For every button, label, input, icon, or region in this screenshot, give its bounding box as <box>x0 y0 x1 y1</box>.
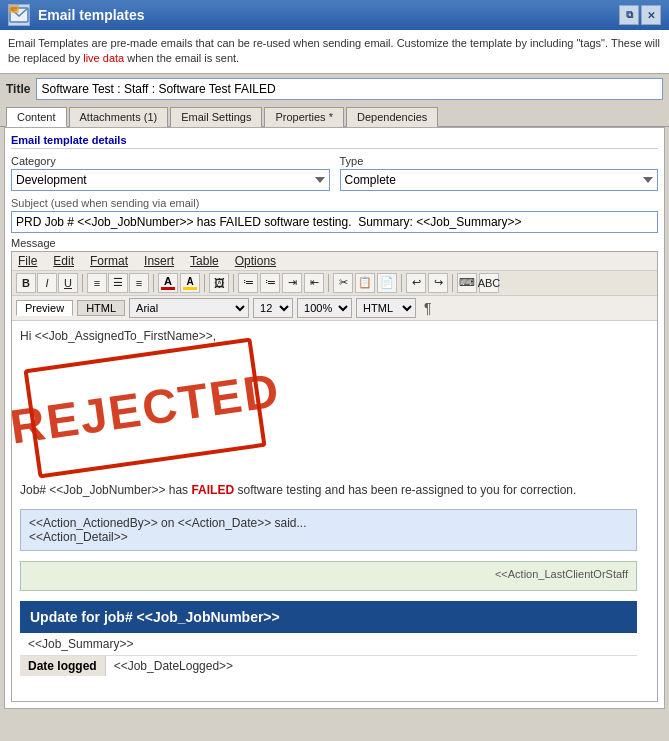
formatting-bar: B I U ≡ ☰ ≡ A A 🖼 ≔ ≔ ⇥ <box>12 271 657 296</box>
bold-button[interactable]: B <box>16 273 36 293</box>
format-select[interactable]: HTML <box>356 298 416 318</box>
category-select[interactable]: Development <box>11 169 330 191</box>
type-label: Type <box>340 155 659 167</box>
editor-container: File Edit Format Insert Table Options B … <box>11 251 658 702</box>
content-area: Email template details Category Developm… <box>4 127 665 709</box>
editor-content[interactable]: Hi <<Job_AssignedTo_FirstName>>, REJECTE… <box>12 321 657 701</box>
align-right-button[interactable]: ≡ <box>129 273 149 293</box>
image-button[interactable]: 🖼 <box>209 273 229 293</box>
window-controls[interactable]: ⧉ ✕ <box>619 5 661 25</box>
menu-options[interactable]: Options <box>235 254 276 268</box>
failed-word: FAILED <box>191 483 234 497</box>
highlight-color-button[interactable]: A <box>180 273 200 293</box>
category-type-row: Category Development Type Complete <box>11 155 658 191</box>
title-input[interactable] <box>36 78 663 100</box>
client-tag-text: <<Action_LastClientOrStaff <box>495 568 628 580</box>
title-row: Title <box>0 74 669 104</box>
menu-file[interactable]: File <box>18 254 37 268</box>
date-value: <<Job_DateLogged>> <box>106 656 241 676</box>
preview-button[interactable]: Preview <box>16 300 73 316</box>
spell-check-button[interactable]: ABC <box>479 273 499 293</box>
bullet-list-button[interactable]: ≔ <box>238 273 258 293</box>
underline-button[interactable]: U <box>58 273 78 293</box>
rejected-stamp: REJECTED <box>23 337 266 478</box>
menu-format[interactable]: Format <box>90 254 128 268</box>
action-said-text: <<Action_ActionedBy>> on <<Action_Date>>… <box>29 516 628 530</box>
app-icon <box>8 4 30 26</box>
tab-content[interactable]: Content <box>6 107 67 127</box>
pilcrow-button[interactable]: ¶ <box>424 300 432 316</box>
update-header: Update for job# <<Job_JobNumber>> <box>20 601 637 633</box>
special-chars-button[interactable]: ⌨ <box>457 273 477 293</box>
align-group: ≡ ☰ ≡ <box>87 273 149 293</box>
failed-prefix: Job# <<Job_JobNumber>> has <box>20 483 191 497</box>
tab-email-settings[interactable]: Email Settings <box>170 107 262 127</box>
subject-field: Subject (used when sending via email) <box>11 197 658 237</box>
font-select[interactable]: Arial <box>129 298 249 318</box>
sep-4 <box>233 274 234 292</box>
italic-button[interactable]: I <box>37 273 57 293</box>
align-left-button[interactable]: ≡ <box>87 273 107 293</box>
client-box: <<Action_LastClientOrStaff <box>20 561 637 591</box>
font-color-button[interactable]: A <box>158 273 178 293</box>
sep-5 <box>328 274 329 292</box>
copy-button[interactable]: 📋 <box>355 273 375 293</box>
message-label: Message <box>11 237 658 249</box>
menu-table[interactable]: Table <box>190 254 219 268</box>
svg-rect-1 <box>9 5 19 13</box>
sep-3 <box>204 274 205 292</box>
indent-increase-button[interactable]: ⇥ <box>282 273 302 293</box>
description-bar: Email Templates are pre-made emails that… <box>0 30 669 74</box>
rejected-text: REJECTED <box>12 362 284 454</box>
subject-input[interactable] <box>11 211 658 233</box>
paste-button[interactable]: 📄 <box>377 273 397 293</box>
tab-properties[interactable]: Properties * <box>264 107 343 127</box>
close-button[interactable]: ✕ <box>641 5 661 25</box>
title-bar: Email templates ⧉ ✕ <box>0 0 669 30</box>
summary-line: <<Job_Summary>> <box>20 633 637 655</box>
action-box: <<Action_ActionedBy>> on <<Action_Date>>… <box>20 509 637 551</box>
tab-dependencies[interactable]: Dependencies <box>346 107 438 127</box>
sep-7 <box>452 274 453 292</box>
menu-bar: File Edit Format Insert Table Options <box>12 252 657 271</box>
menu-edit[interactable]: Edit <box>53 254 74 268</box>
greeting-text: Hi <<Job_AssignedTo_FirstName>>, <box>20 329 637 343</box>
undo-button[interactable]: ↩ <box>406 273 426 293</box>
type-select[interactable]: Complete <box>340 169 659 191</box>
menu-insert[interactable]: Insert <box>144 254 174 268</box>
indent-decrease-button[interactable]: ⇤ <box>304 273 324 293</box>
type-field: Type Complete <box>340 155 659 191</box>
window-title: Email templates <box>38 7 145 23</box>
section-title: Email template details <box>11 134 658 149</box>
rejected-stamp-container: REJECTED <box>20 353 637 463</box>
sep-6 <box>401 274 402 292</box>
numbered-list-button[interactable]: ≔ <box>260 273 280 293</box>
zoom-select[interactable]: 100% <box>297 298 352 318</box>
cut-button[interactable]: ✂ <box>333 273 353 293</box>
text-style-group: B I U <box>16 273 78 293</box>
restore-button[interactable]: ⧉ <box>619 5 639 25</box>
action-detail-text: <<Action_Detail>> <box>29 530 628 544</box>
sep-2 <box>153 274 154 292</box>
size-select[interactable]: 12 <box>253 298 293 318</box>
tab-attachments[interactable]: Attachments (1) <box>69 107 169 127</box>
category-label: Category <box>11 155 330 167</box>
failed-suffix: software testing and has been re-assigne… <box>234 483 576 497</box>
redo-button[interactable]: ↪ <box>428 273 448 293</box>
view-bar: Preview HTML Arial 12 100% HTML ¶ <box>12 296 657 321</box>
date-label: Date logged <box>20 656 106 676</box>
description-text: Email Templates are pre-made emails that… <box>8 37 660 64</box>
html-button[interactable]: HTML <box>77 300 125 316</box>
sep-1 <box>82 274 83 292</box>
align-center-button[interactable]: ☰ <box>108 273 128 293</box>
failed-line: Job# <<Job_JobNumber>> has FAILED softwa… <box>20 483 637 497</box>
title-field-label: Title <box>6 82 30 96</box>
subject-label: Subject (used when sending via email) <box>11 197 658 209</box>
date-row: Date logged <<Job_DateLogged>> <box>20 655 637 676</box>
tabs-bar: Content Attachments (1) Email Settings P… <box>0 104 669 127</box>
category-field: Category Development <box>11 155 330 191</box>
